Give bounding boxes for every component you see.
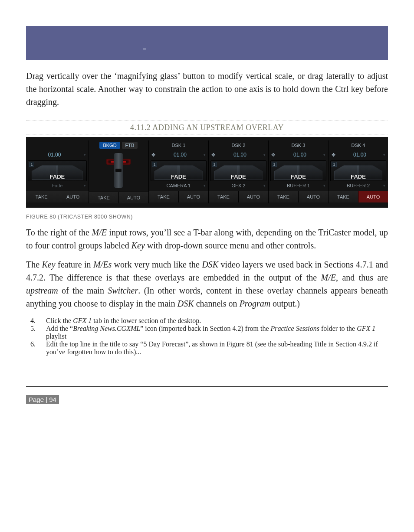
steps-list: 4. Click the GFX 1 tab in the lower sect…: [26, 317, 388, 356]
dsk3-source-row[interactable]: BUFFER 1 ▾: [269, 181, 328, 190]
tbar[interactable]: [89, 150, 148, 191]
main-effect-index: 1: [29, 162, 34, 167]
chevron-down-icon[interactable]: ▾: [84, 153, 86, 157]
chevron-down-icon[interactable]: ▾: [204, 153, 206, 157]
dsk2-source-row[interactable]: GFX 2 ▾: [209, 181, 268, 190]
chevron-down-icon[interactable]: ▾: [263, 183, 266, 188]
figure-caption: FIGURE 80 (TRICASTER 8000 SHOWN): [26, 214, 388, 220]
dsk1-time: 01.00: [159, 152, 201, 158]
chevron-down-icon[interactable]: ▾: [263, 153, 266, 157]
dsk4-effect-label: FADE: [331, 173, 386, 180]
tbar-auto-button[interactable]: AUTO: [119, 192, 148, 203]
figure-80: 01.00 ▾ 1 FADE Fade ▾ TAKE AUTO: [26, 137, 388, 208]
dsk4-time: 01.00: [339, 152, 381, 158]
dsk3-effect-thumb[interactable]: 1 FADE: [270, 160, 326, 181]
chevron-down-icon[interactable]: ▾: [383, 153, 385, 157]
dsk2-column: DSK 2 ✥ 01.00 ▾ 1 FADE GFX 2 ▾ TAKE: [208, 140, 268, 203]
dsk4-take-button[interactable]: TAKE: [329, 191, 358, 202]
step6-number: 6.: [30, 340, 36, 348]
move-icon[interactable]: ✥: [210, 152, 217, 158]
dsk3-effect-label: FADE: [271, 173, 326, 180]
footer-rule: [26, 386, 388, 387]
dsk2-time-row[interactable]: ✥ 01.00 ▾: [209, 150, 268, 160]
dsk3-effect-index: 1: [272, 162, 277, 167]
dsk1-auto-button[interactable]: AUTO: [179, 191, 208, 202]
intro-paragraph: Drag vertically over the ‘magnifying gla…: [26, 69, 388, 108]
tbar-handle[interactable]: [114, 153, 123, 188]
dsk4-effect-thumb[interactable]: 1 FADE: [330, 160, 386, 181]
dsk4-auto-button[interactable]: AUTO: [358, 191, 388, 202]
dsk1-effect-index: 1: [152, 162, 157, 167]
dsk2-effect-thumb[interactable]: 1 FADE: [210, 160, 266, 181]
dsk4-column: DSK 4 ✥ 01.00 ▾ 1 FADE BUFFER 2 ▾ T: [328, 140, 388, 203]
step-6: 6. Edit the top line in the title to say…: [46, 340, 388, 356]
header-bar: [26, 26, 388, 60]
main-effect-label: FADE: [28, 173, 86, 180]
step4-number: 4.: [30, 317, 36, 325]
chevron-down-icon[interactable]: ▾: [204, 183, 206, 188]
main-time: 01.00: [28, 152, 81, 158]
dsk1-time-row[interactable]: ✥ 01.00 ▾: [149, 150, 208, 160]
dsk3-column: DSK 3 ✥ 01.00 ▾ 1 FADE BUFFER 1 ▾ T: [268, 140, 328, 203]
page-number: Page | 94: [26, 395, 59, 404]
dsk4-effect-index: 1: [332, 162, 337, 167]
main-auto-button[interactable]: AUTO: [57, 191, 88, 202]
paragraph-me-description: To the right of the M/E input rows, you’…: [26, 226, 388, 252]
main-time-row[interactable]: 01.00 ▾: [26, 150, 89, 160]
move-icon[interactable]: ✥: [151, 152, 157, 158]
section-title-rule: 4.11.2 ADDING AN UPSTREAM OVERLAY: [26, 121, 388, 134]
chevron-down-icon[interactable]: ▾: [323, 153, 325, 157]
chevron-down-icon[interactable]: ▾: [383, 183, 385, 188]
dsk4-title: DSK 4: [330, 142, 386, 149]
main-source-label: Fade: [52, 183, 62, 188]
main-take-button[interactable]: TAKE: [26, 191, 57, 202]
dsk3-auto-button[interactable]: AUTO: [299, 191, 328, 202]
dsk2-source: GFX 2: [232, 183, 246, 188]
dsk2-take-button[interactable]: TAKE: [209, 191, 239, 202]
main-source-row[interactable]: Fade ▾: [26, 181, 89, 190]
section-title: 4.11.2 ADDING AN UPSTREAM OVERLAY: [130, 123, 284, 132]
dsk4-source-row[interactable]: BUFFER 2 ▾: [329, 181, 388, 190]
dsk3-take-button[interactable]: TAKE: [269, 191, 299, 202]
dsk2-effect-label: FADE: [211, 173, 266, 180]
chevron-down-icon[interactable]: ▾: [84, 183, 86, 188]
main-transition-column: 01.00 ▾ 1 FADE Fade ▾ TAKE AUTO: [26, 140, 89, 203]
tbar-take-button[interactable]: TAKE: [89, 192, 119, 203]
dsk1-take-button[interactable]: TAKE: [149, 191, 179, 202]
dsk1-source: CAMERA 1: [167, 183, 191, 188]
main-effect-thumb[interactable]: 1 FADE: [28, 160, 87, 181]
dsk2-title: DSK 2: [210, 142, 266, 149]
dsk4-source: BUFFER 2: [347, 183, 370, 188]
step-4: 4. Click the GFX 1 tab in the lower sect…: [46, 317, 388, 325]
main-top-spacer: [26, 140, 89, 150]
ftb-chip[interactable]: FTB: [122, 142, 138, 149]
bkgd-chip[interactable]: BKGD: [99, 142, 120, 149]
dsk3-title: DSK 3: [270, 142, 326, 149]
dsk2-time: 01.00: [219, 152, 261, 158]
dsk1-title: DSK 1: [151, 142, 207, 149]
chevron-down-icon[interactable]: ▾: [323, 183, 325, 188]
dsk1-column: DSK 1 ✥ 01.00 ▾ 1 FADE CAMERA 1 ▾ T: [148, 140, 208, 203]
move-icon[interactable]: ✥: [330, 152, 336, 158]
move-icon[interactable]: ✥: [270, 152, 276, 158]
dsk2-auto-button[interactable]: AUTO: [239, 191, 268, 202]
header-tick: [143, 49, 146, 49]
dsk1-effect-label: FADE: [151, 173, 206, 180]
dsk3-source: BUFFER 1: [287, 183, 310, 188]
dsk1-source-row[interactable]: CAMERA 1 ▾: [149, 181, 208, 190]
dsk3-time: 01.00: [279, 152, 321, 158]
dsk4-time-row[interactable]: ✥ 01.00 ▾: [329, 150, 388, 160]
tbar-column: BKGD FTB TAKE AUTO: [89, 140, 148, 203]
step-5: 5. Add the “Breaking News.CGXML” icon (i…: [46, 325, 388, 340]
step5-number: 5.: [30, 325, 36, 333]
dsk2-effect-index: 1: [212, 162, 217, 167]
dsk3-time-row[interactable]: ✥ 01.00 ▾: [269, 150, 328, 160]
dsk1-effect-thumb[interactable]: 1 FADE: [151, 160, 207, 181]
paragraph-key-feature: The Key feature in M/Es work very much l…: [26, 258, 388, 310]
